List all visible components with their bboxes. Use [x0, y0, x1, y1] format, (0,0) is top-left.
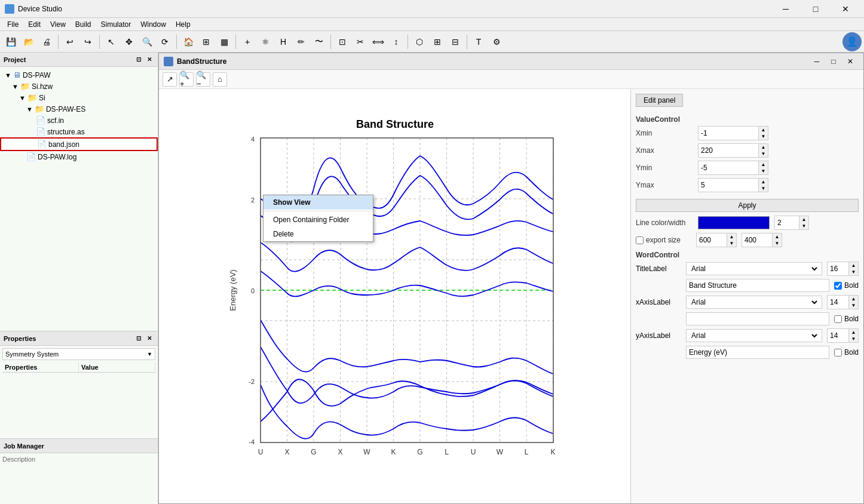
toolbar-select-btn[interactable]: ↖	[103, 33, 120, 50]
toolbar-supercell-btn[interactable]: ⊞	[429, 33, 446, 50]
xaxis-size-spinbox[interactable]: ▲ ▼	[827, 295, 859, 309]
export-size-checkbox[interactable]	[636, 236, 644, 244]
apply-button[interactable]: Apply	[636, 199, 859, 212]
toolbar-cut-btn[interactable]: ✂	[352, 33, 369, 50]
toolbar-pen-btn[interactable]: ✏	[293, 33, 310, 50]
tree-item-structureas[interactable]: 📄 structure.as	[0, 126, 158, 137]
toolbar-lattice-btn[interactable]: ⊟	[447, 33, 464, 50]
export-width-spinbox[interactable]: ▲ ▼	[696, 233, 737, 247]
title-size-spinbox[interactable]: ▲ ▼	[827, 262, 859, 276]
menu-edit[interactable]: Edit	[23, 19, 45, 30]
toolbar-curve-btn[interactable]: 〜	[311, 33, 327, 50]
xmin-up[interactable]: ▲	[758, 127, 768, 133]
tree-item-bandjson[interactable]: 📄 band.json	[0, 137, 158, 151]
xaxis-size-input[interactable]	[828, 296, 848, 309]
ctx-open-folder[interactable]: Open Containing Folder	[264, 213, 373, 227]
yaxis-size-up[interactable]: ▲	[848, 329, 858, 336]
props-close[interactable]: ✕	[145, 334, 154, 343]
toolbar-redo-btn[interactable]: ↪	[79, 33, 96, 50]
yaxis-text-input[interactable]	[686, 346, 829, 359]
toolbar-print-btn[interactable]: 🖨	[38, 33, 55, 50]
ymin-down[interactable]: ▼	[758, 168, 768, 174]
xmax-input[interactable]	[698, 144, 758, 157]
band-zoom-out-btn[interactable]: 🔍−	[196, 72, 210, 87]
title-font-dropdown[interactable]: Arial	[686, 262, 822, 275]
toolbar-text-btn[interactable]: T	[470, 33, 487, 50]
xmax-spinbox[interactable]: ▲ ▼	[698, 143, 768, 158]
toolbar-reflect-btn[interactable]: ↕	[388, 33, 405, 50]
toolbar-settings-btn[interactable]: ⚙	[488, 33, 505, 50]
ymin-input[interactable]	[698, 161, 758, 174]
toolbar-mirror-btn[interactable]: ⟺	[370, 33, 387, 50]
title-size-up[interactable]: ▲	[848, 262, 858, 269]
toolbar-rotate-btn[interactable]: ⟳	[157, 33, 173, 50]
project-panel-close[interactable]: ✕	[145, 55, 154, 64]
export-height-input[interactable]	[742, 233, 772, 247]
xaxis-size-down[interactable]: ▼	[848, 302, 858, 309]
xaxis-font-select[interactable]: Arial	[689, 296, 819, 308]
close-button[interactable]: ✕	[832, 0, 859, 18]
xaxis-bold-checkbox[interactable]	[834, 315, 842, 323]
maximize-button[interactable]: □	[802, 0, 829, 18]
ymax-spinbox[interactable]: ▲ ▼	[698, 178, 768, 192]
tree-item-dspawlog[interactable]: 📄 DS-PAW.log	[0, 151, 158, 162]
band-minimize[interactable]: ─	[808, 55, 825, 68]
yaxis-font-dropdown[interactable]: Arial	[686, 329, 822, 342]
menu-build[interactable]: Build	[71, 19, 96, 30]
tree-item-si[interactable]: ▼ 📁 Si	[0, 92, 158, 103]
line-width-input[interactable]	[775, 216, 799, 229]
yaxis-size-spinbox[interactable]: ▲ ▼	[827, 328, 859, 343]
menu-file[interactable]: File	[2, 19, 23, 30]
ymin-spinbox[interactable]: ▲ ▼	[698, 161, 768, 175]
tree-item-scfin[interactable]: 📄 scf.in	[0, 115, 158, 126]
band-home-btn[interactable]: ⌂	[213, 72, 227, 87]
menu-help[interactable]: Help	[171, 19, 195, 30]
toolbar-home-btn[interactable]: 🏠	[180, 33, 197, 50]
toolbar-select2-btn[interactable]: ⊡	[334, 33, 351, 50]
project-panel-maximize[interactable]: ⊡	[134, 55, 143, 64]
toolbar-bond-btn[interactable]: H	[275, 33, 292, 50]
xaxis-text-input[interactable]	[686, 312, 829, 325]
ymax-up[interactable]: ▲	[758, 179, 768, 185]
line-width-up[interactable]: ▲	[799, 216, 808, 223]
xmin-input[interactable]	[698, 127, 758, 140]
xmin-spinbox[interactable]: ▲ ▼	[698, 126, 768, 140]
toolbar-atom-btn[interactable]: ⚛	[257, 33, 274, 50]
tree-item-dspaw[interactable]: ▼ 🖥 DS-PAW	[0, 69, 158, 81]
ymax-down[interactable]: ▼	[758, 185, 768, 192]
export-height-down[interactable]: ▼	[772, 240, 782, 247]
symmetry-dropdown[interactable]: Symmetry System ▼	[2, 348, 155, 360]
export-width-input[interactable]	[697, 233, 727, 247]
line-color-swatch[interactable]	[698, 216, 770, 229]
xmax-down[interactable]: ▼	[758, 150, 768, 157]
title-bold-checkbox[interactable]	[834, 282, 842, 290]
xaxis-font-dropdown[interactable]: Arial	[686, 296, 822, 309]
band-close[interactable]: ✕	[842, 55, 859, 68]
ymin-up[interactable]: ▲	[758, 161, 768, 168]
ctx-delete[interactable]: Delete	[264, 227, 373, 241]
toolbar-zoom-btn[interactable]: 🔍	[139, 33, 155, 50]
xmax-up[interactable]: ▲	[758, 144, 768, 150]
export-height-spinbox[interactable]: ▲ ▼	[742, 233, 782, 247]
xmin-down[interactable]: ▼	[758, 133, 768, 140]
line-width-down[interactable]: ▼	[799, 223, 808, 229]
toolbar-open-btn[interactable]: 📂	[20, 33, 37, 50]
edit-panel-tab[interactable]: Edit panel	[636, 94, 683, 107]
tree-item-dspawes[interactable]: ▼ 📁 DS-PAW-ES	[0, 103, 158, 115]
menu-view[interactable]: View	[45, 19, 71, 30]
yaxis-font-select[interactable]: Arial	[689, 330, 819, 342]
menu-window[interactable]: Window	[136, 19, 171, 30]
props-maximize[interactable]: ⊡	[134, 334, 143, 343]
toolbar-add-btn[interactable]: +	[239, 33, 256, 50]
menu-simulator[interactable]: Simulator	[96, 19, 136, 30]
xaxis-size-up[interactable]: ▲	[848, 296, 858, 302]
toolbar-move-btn[interactable]: ✥	[121, 33, 137, 50]
yaxis-size-input[interactable]	[828, 329, 848, 342]
toolbar-user-btn[interactable]: 👤	[842, 32, 862, 51]
ymax-input[interactable]	[698, 179, 758, 192]
title-text-input[interactable]	[686, 279, 829, 292]
export-width-down[interactable]: ▼	[727, 240, 736, 247]
title-size-input[interactable]	[828, 262, 848, 275]
yaxis-size-down[interactable]: ▼	[848, 336, 858, 342]
ctx-show-view[interactable]: Show View	[264, 195, 373, 210]
